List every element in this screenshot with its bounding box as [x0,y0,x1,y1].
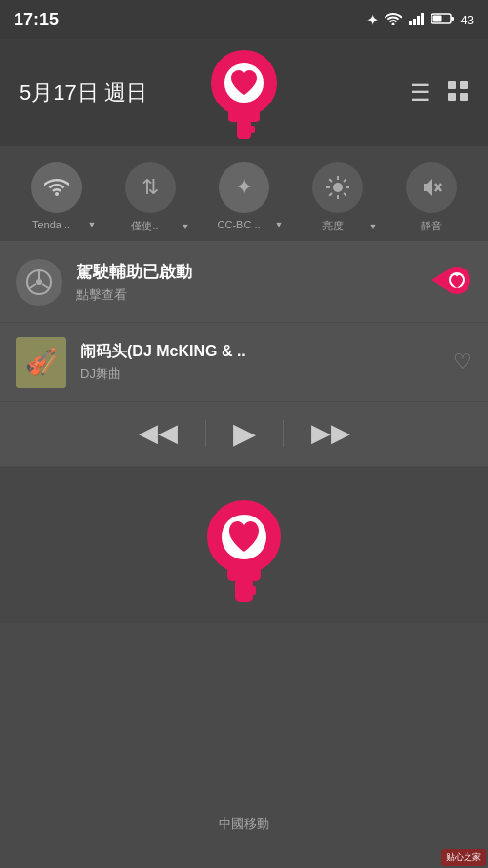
grid-icon[interactable] [447,80,468,106]
notification-area: 駕駛輔助已啟動 點擊查看 🎻 闹码头(DJ McKING & .. [0,242,488,467]
svg-rect-3 [421,13,424,25]
svg-rect-15 [460,93,468,101]
svg-rect-14 [448,93,456,101]
header-date: 5月17日 週日 [20,78,147,107]
play-button[interactable]: ▶ [206,416,283,450]
svg-line-22 [344,193,346,196]
svg-rect-10 [246,126,255,133]
svg-rect-0 [409,21,412,25]
drive-notif-content: 駕駛輔助已啟動 點擊查看 [76,261,412,304]
music-notification[interactable]: 🎻 闹码头(DJ McKING & .. DJ舞曲 ♡ [0,323,488,402]
header-area: 5月17日 週日 ☰ [0,39,488,146]
qs-wifi-label-row: Tenda .. ▼ [18,219,97,230]
svg-line-31 [42,284,49,288]
svg-line-21 [329,179,332,182]
svg-rect-1 [413,19,416,25]
qs-brightness-label-row: 亮度 ▼ [299,219,378,233]
drive-notification[interactable]: 駕駛輔助已啟動 點擊查看 [0,242,488,323]
svg-rect-2 [417,16,420,25]
svg-line-24 [329,193,332,196]
carrier-text: 中國移動 [219,815,269,833]
header-actions: ☰ [410,79,468,106]
svg-text:🎻: 🎻 [25,346,58,377]
qs-brightness-icon [312,162,363,213]
drive-notif-title: 駕駛輔助已啟動 [76,261,412,283]
svg-rect-12 [448,81,456,89]
qs-data-arrow: ▼ [182,222,190,231]
signal-icon [408,12,426,28]
qs-mute[interactable]: 靜音 [392,162,470,233]
watermark-badge: 贴心之家 [441,849,486,866]
music-genre: DJ舞曲 [80,365,453,383]
battery-icon [431,12,455,28]
qs-wifi-icon [31,162,82,213]
qs-brightness[interactable]: 亮度 ▼ [299,162,377,233]
quick-settings: Tenda .. ▼ ⇅ 僅使.. ▼ ✦ CC-BC .. ▼ [0,146,488,241]
qs-brightness-arrow: ▼ [369,222,378,231]
svg-line-23 [344,179,346,182]
qs-data-label-row: 僅使.. ▼ [111,219,190,233]
qs-bluetooth-label-row: CC-BC .. ▼ [205,219,284,230]
app-logo-icon [204,46,284,140]
qs-bluetooth-label: CC-BC .. [205,219,273,230]
qs-bt-arrow: ▼ [275,220,284,229]
svg-line-30 [30,284,37,288]
center-logo-icon [200,496,288,603]
qs-bluetooth-icon: ✦ [219,162,269,213]
music-album-art: 🎻 [16,337,66,388]
qs-mute-label: 靜音 [397,219,466,233]
prev-button[interactable]: ◀◀ [111,418,205,448]
qs-brightness-label: 亮度 [299,219,367,233]
svg-point-28 [36,279,42,285]
wifi-status-icon [385,12,402,28]
next-button[interactable]: ▶▶ [284,418,378,448]
steering-wheel-icon [25,269,53,296]
bluetooth-status-icon: ✦ [366,11,379,29]
qs-data-icon: ⇅ [125,162,176,213]
header-logo[interactable] [204,46,284,140]
svg-point-16 [333,183,343,192]
svg-rect-5 [451,17,454,21]
status-time: 17:15 [14,10,59,30]
svg-rect-13 [460,81,468,89]
qs-data[interactable]: ⇅ 僅使.. ▼ [111,162,189,233]
drive-notif-action[interactable] [412,256,472,309]
qs-wifi-arrow: ▼ [88,220,97,229]
drive-notif-icon [16,259,62,306]
music-title: 闹码头(DJ McKING & .. [80,342,295,362]
menu-icon[interactable]: ☰ [410,79,431,106]
status-bar: 17:15 ✦ 43 [0,0,488,39]
watermark-area: 中國移動 [0,815,488,833]
battery-level: 43 [461,13,474,27]
qs-bluetooth[interactable]: ✦ CC-BC .. ▼ [205,162,283,230]
svg-rect-6 [432,15,441,21]
center-logo-area [0,467,488,623]
player-controls: ◀◀ ▶ ▶▶ [0,402,488,467]
qs-mute-icon [406,162,457,213]
status-icons: ✦ 43 [366,11,474,29]
qs-data-label: 僅使.. [111,219,180,233]
qs-wifi[interactable]: Tenda .. ▼ [18,162,96,230]
svg-rect-40 [245,586,256,595]
drive-notif-subtitle: 點擊查看 [76,286,412,304]
music-info: 闹码头(DJ McKING & .. DJ舞曲 [80,342,453,383]
drive-action-icon [412,256,472,305]
music-heart-icon[interactable]: ♡ [453,350,472,375]
qs-wifi-label: Tenda .. [18,219,86,230]
